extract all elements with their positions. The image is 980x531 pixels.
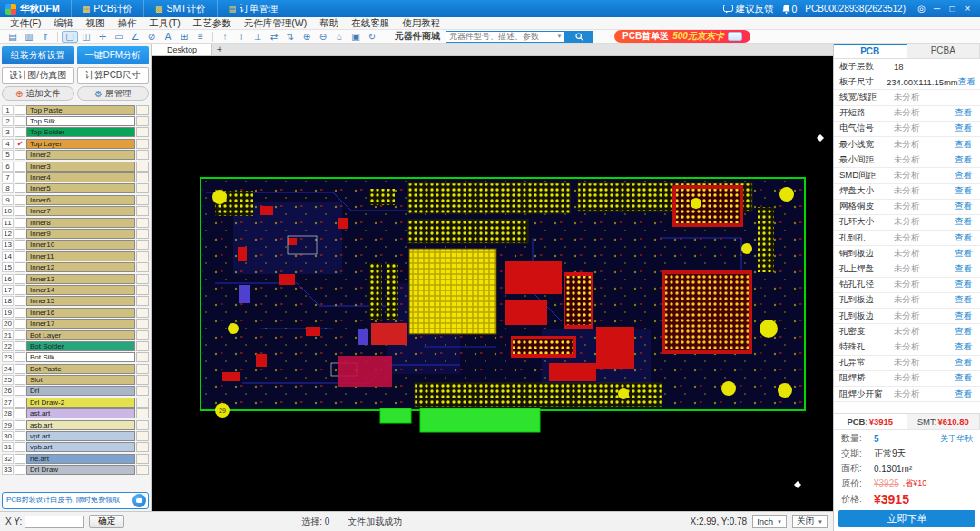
layer-visibility-box[interactable]	[136, 420, 149, 430]
design-simulation-button[interactable]: 设计图/仿真图	[2, 67, 74, 84]
layer-visibility-box[interactable]	[136, 229, 149, 239]
layer-row[interactable]: 9 Inner6	[2, 194, 149, 205]
menu-item[interactable]: 在线客服	[345, 17, 396, 30]
layer-visibility-box[interactable]	[136, 364, 149, 374]
layer-checkbox[interactable]	[15, 127, 25, 137]
layer-checkbox[interactable]	[15, 408, 25, 418]
save-icon[interactable]: ▤	[5, 31, 21, 43]
minimize-button[interactable]: ─	[929, 4, 945, 14]
search-input[interactable]	[446, 32, 554, 42]
layer-visibility-box[interactable]	[136, 398, 149, 408]
layer-color-swatch[interactable]: Inner8	[26, 218, 135, 228]
view-link[interactable]: 查看	[955, 310, 980, 322]
layer-row[interactable]: 3 Top Solder	[2, 127, 149, 138]
layer-color-swatch[interactable]: Inner13	[26, 274, 135, 284]
layer-color-swatch[interactable]: vpb.art	[26, 442, 135, 452]
layer-checkbox[interactable]	[15, 274, 25, 284]
layer-visibility-box[interactable]	[136, 116, 149, 126]
view-link[interactable]: 查看	[955, 232, 980, 244]
skin-button[interactable]: ◎	[914, 4, 929, 14]
layer-checkbox[interactable]	[15, 229, 25, 239]
layer-row[interactable]: 7 Inner4	[2, 172, 149, 182]
layer-checkbox[interactable]	[15, 420, 25, 430]
layer-checkbox[interactable]	[15, 364, 25, 374]
unit-dropdown[interactable]: Inch ▼	[752, 515, 787, 528]
tab-pcb[interactable]: PCB	[834, 44, 907, 58]
layer-color-swatch[interactable]: Bot Silk	[26, 352, 135, 362]
titlebar-tab[interactable]: ▤ 订单管理	[217, 0, 289, 17]
layer-row[interactable]: 26 Drl	[2, 386, 149, 397]
layer-checkbox[interactable]	[15, 330, 25, 340]
layer-checkbox[interactable]	[15, 398, 25, 408]
view-link[interactable]: 查看	[958, 76, 980, 88]
layer-checkbox[interactable]	[15, 319, 25, 329]
layer-color-swatch[interactable]: Inner14	[26, 285, 135, 295]
layer-color-swatch[interactable]: ast.art	[26, 408, 135, 418]
layer-checkbox[interactable]	[15, 251, 25, 261]
tab-pcba[interactable]: PCBA	[907, 44, 980, 58]
titlebar-tab[interactable]: ▦ PCB计价	[71, 0, 143, 17]
pcb-canvas[interactable]: 29	[152, 56, 833, 511]
swap-horizontal-icon[interactable]: ⇄	[266, 31, 282, 43]
maximize-button[interactable]: □	[945, 4, 960, 14]
layer-row[interactable]: 31 vpb.art	[2, 442, 149, 453]
layer-row[interactable]: 13 Inner10	[2, 240, 149, 251]
layer-color-swatch[interactable]: Inner7	[26, 206, 135, 216]
layer-row[interactable]: 23 Bot Silk	[2, 352, 149, 363]
layer-checkbox[interactable]	[15, 116, 25, 126]
align-bottom-icon[interactable]: ⊥	[250, 31, 266, 43]
append-file-button[interactable]: ⊕ 追加文件	[2, 86, 74, 101]
assembly-analysis-settings-button[interactable]: 组装分析设置	[2, 46, 74, 64]
layer-color-swatch[interactable]: Inner15	[26, 296, 135, 306]
layer-visibility-box[interactable]	[136, 172, 149, 182]
view-link[interactable]: 查看	[955, 341, 980, 353]
layer-visibility-box[interactable]	[136, 195, 149, 205]
layer-row[interactable]: 30 vpt.art	[2, 430, 149, 441]
about-huaqiu-link[interactable]: 关于华秋	[940, 433, 973, 445]
layer-color-swatch[interactable]: Drl Draw-2	[26, 398, 135, 408]
layer-visibility-box[interactable]	[136, 341, 149, 351]
layer-checkbox[interactable]	[15, 386, 25, 396]
fit-view-icon[interactable]: ▣	[348, 31, 364, 43]
layer-checkbox[interactable]	[15, 285, 25, 295]
ruler-icon[interactable]: ▭	[111, 31, 127, 43]
layer-visibility-box[interactable]	[136, 139, 149, 149]
open-folder-icon[interactable]: ▥	[21, 31, 37, 43]
promo-banner[interactable]: PCB首单送 500元京东卡	[614, 30, 750, 43]
view-link[interactable]: 查看	[955, 185, 980, 197]
view-link[interactable]: 查看	[955, 201, 980, 212]
view-link[interactable]: 查看	[955, 154, 980, 166]
confirm-button[interactable]: 确定	[89, 515, 124, 528]
layer-checkbox[interactable]	[15, 262, 25, 272]
calc-pcb-size-button[interactable]: 计算PCB尺寸	[77, 67, 150, 84]
layer-row[interactable]: 14 Inner11	[2, 251, 149, 261]
close-dropdown[interactable]: 关闭 ▼	[792, 515, 828, 528]
layer-checkbox[interactable]	[15, 172, 25, 182]
view-link[interactable]: 查看	[955, 279, 980, 290]
notification-button[interactable]: 0	[782, 4, 798, 15]
layer-checkbox[interactable]	[15, 195, 25, 205]
add-tab-button[interactable]: +	[212, 44, 227, 55]
layer-row[interactable]: 21 Bot Layer	[2, 329, 149, 340]
layer-color-swatch[interactable]: Inner4	[26, 172, 135, 182]
pan-icon[interactable]: ✛	[94, 31, 111, 43]
layer-visibility-box[interactable]	[136, 352, 149, 362]
search-button[interactable]	[565, 31, 593, 43]
grid-icon[interactable]: ⊞	[176, 31, 192, 43]
layer-row[interactable]: 15 Inner12	[2, 261, 149, 272]
tab-desktop[interactable]: Desktop	[152, 44, 212, 55]
layer-checkbox[interactable]: ✔	[15, 139, 25, 149]
layer-color-swatch[interactable]: Inner3	[26, 162, 135, 172]
layer-color-swatch[interactable]: Inner11	[26, 251, 135, 261]
layer-row[interactable]: 19 Inner16	[2, 307, 149, 318]
menu-item[interactable]: 视图	[79, 17, 111, 30]
menu-item[interactable]: 使用教程	[396, 17, 446, 30]
layer-row[interactable]: 11 Inner8	[2, 217, 149, 228]
layer-color-swatch[interactable]: Inner16	[26, 308, 135, 318]
layer-visibility-box[interactable]	[136, 442, 149, 452]
layer-color-swatch[interactable]: vpt.art	[26, 431, 135, 441]
layer-row[interactable]: 16 Inner13	[2, 273, 149, 284]
view-link[interactable]: 查看	[955, 294, 980, 306]
layer-checkbox[interactable]	[15, 465, 25, 475]
export-icon[interactable]: ⇑	[37, 31, 54, 43]
